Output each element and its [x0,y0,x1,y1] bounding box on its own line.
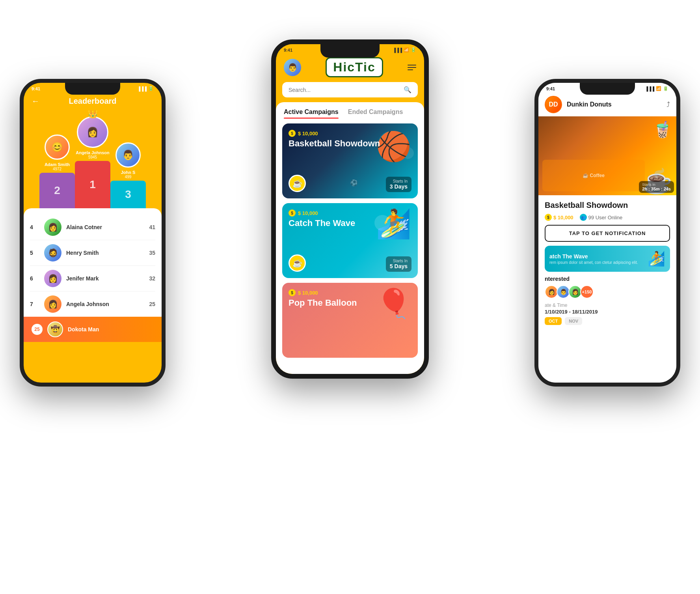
block-1st: 1 [75,161,110,208]
interested-section: nterested 👩 👨 👩 +150 [545,276,670,299]
time-right: 9:41 [546,86,555,91]
phone-center: 9:41 ▐▐▐ 📶 🔋 👨 HicTic [271,39,429,379]
leaderboard-title: Leaderboard [69,97,116,106]
notify-button[interactable]: TAP TO GET NOTIFICATION [545,225,670,242]
card-content-basketball: $ $ 10,000 Basketball Showdown ☕ Starts … [282,123,418,198]
card-bottom-wave: ☕ Starts In 5 Days [289,254,411,272]
campaign-card-pop[interactable]: 🎈 $ $ 10,000 Pop The Balloon [282,283,418,358]
interested-label: nterested [545,276,670,282]
avatar-1st: 👩 [77,116,108,148]
card-title-pop: Pop The Balloon [289,298,411,308]
name-2nd: Adam Smith [45,162,70,167]
table-row: 4 👩 Alaina Cotner 41 [30,215,155,240]
card-prize-pop: $ $ 10,000 [289,289,411,296]
scene: 9:41 ▐▐▐ 🔋 ← Leaderboard 😊 Adam Smith 49… [0,0,700,594]
block-2nd: 2 [39,173,75,208]
date-months: OCT NOV [545,317,670,325]
hictic-header: 👨 HicTic [276,54,424,82]
starts-in-basketball: Starts In 3 Days [386,177,411,192]
wave-card-small[interactable]: atch The Wave rem ipsum dolor sit amet, … [545,246,670,272]
dd-hero-image: ☕ Coffee ☕ 🧋 Starts In 2h : 35m : 24s [538,116,676,195]
tab-ended-campaigns[interactable]: Ended Campaigns [348,108,403,119]
starts-in-wave: Starts In 5 Days [386,256,411,272]
podium-section: 😊 Adam Smith 4972 2 👑 👩 Angela Johnson 5… [24,106,162,208]
avatar-rank5: 🧔 [44,244,61,262]
user-avatar-center[interactable]: 👨 [284,59,301,76]
card-title-wave: Catch The Wave [289,218,411,228]
avatar-rank6: 👩 [44,270,61,287]
dd-header: DD Dunkin Donuts ⤴ [538,93,676,116]
hictic-logo: HicTic [326,57,383,77]
int-avatar-2: 👨 [557,285,570,299]
date-value: 1/10/2019 - 18/11/2019 [545,309,670,315]
table-row: 7 👩 Angela Johnson 25 [30,291,155,317]
status-icons-right: ▐▐▐ 📶 🔋 [645,86,668,91]
score-2nd: 4972 [53,167,61,171]
leaderboard-list: 4 👩 Alaina Cotner 41 5 🧔 Henry Smith 35 … [24,208,162,317]
bottom-avatar: 🤠 [47,321,63,337]
table-row: 5 🧔 Henry Smith 35 [30,240,155,266]
podium-1st: 👑 👩 Angela Johnson 5945 1 [75,116,110,208]
bottom-bar: 25 🤠 Dokota Man [24,317,162,342]
int-avatar-1: 👩 [545,285,558,299]
status-icons-center: ▐▐▐ 📶 🔋 [393,47,416,52]
month-oct: OCT [545,317,562,325]
block-3rd: 3 [110,181,146,208]
avatar-3rd: 👨 [115,142,141,168]
status-icons-left: ▐▐▐ 🔋 [138,86,154,91]
campaign-card-basketball[interactable]: ⚽ 🏀 $ $ 10,000 Basketball Showdown [282,123,418,198]
wave-card-title: atch The Wave [549,253,643,260]
month-nov: NOV [565,317,582,325]
back-button[interactable]: ← [32,97,39,106]
search-input[interactable] [289,87,400,93]
phone-right: 9:41 ▐▐▐ 📶 🔋 DD Dunkin Donuts ⤴ ☕ Coffee… [534,79,680,387]
podium-2nd: 😊 Adam Smith 4972 2 [39,134,75,208]
int-more-count: +150 [580,285,594,299]
score-rank5: 35 [149,250,155,256]
time-center: 9:41 [284,48,292,52]
name-3rd: John S [121,170,136,175]
dd-meta: $ $ 10,000 👥 99 User Online [545,214,670,221]
card-bottom-basketball: ☕ Starts In 3 Days [289,175,411,192]
avatar-2nd: 😊 [45,134,70,160]
interested-avatars: 👩 👨 👩 +150 [545,285,670,299]
phone-left: 9:41 ▐▐▐ 🔋 ← Leaderboard 😊 Adam Smith 49… [20,79,166,387]
card-prize-wave: $ $ 10,000 [289,209,411,217]
tab-active-campaigns[interactable]: Active Campaigns [284,108,339,119]
bottom-rank: 25 [32,324,43,335]
screen-left: 9:41 ▐▐▐ 🔋 ← Leaderboard 😊 Adam Smith 49… [24,83,162,383]
wave-card-desc: rem ipsum dolor sit amet, con ctetur adi… [549,260,643,265]
name-rank4: Alaina Cotner [66,224,149,230]
campaign-card-wave[interactable]: 🏄 $ $ 10,000 Catch The Wave [282,203,418,278]
search-bar[interactable]: 🔍 [282,82,418,97]
dd-content: Basketball Showdown $ $ 10,000 👥 99 User… [538,195,676,383]
int-avatar-3: 👩 [568,285,582,299]
card-content-pop: $ $ 10,000 Pop The Balloon [282,283,418,358]
screen-center: 9:41 ▐▐▐ 📶 🔋 👨 HicTic [276,44,424,374]
bottom-name: Dokota Man [68,326,99,332]
avatar-rank4: 👩 [44,219,61,236]
sponsor-icon-wave: ☕ [289,254,306,272]
score-rank7: 25 [149,301,155,307]
dd-brand-name: Dunkin Donuts [567,101,662,108]
wave-card-img: 🏄 [648,250,665,267]
name-rank7: Angela Johnson [66,301,149,307]
table-row: 6 👩 Jenifer Mark 32 [30,266,155,291]
score-3rd: 499 [125,175,132,179]
notch-center [320,44,380,58]
podium-3rd: 👨 John S 499 3 [110,142,146,208]
crown-icon: 👑 [88,109,98,119]
dd-logo: DD [545,96,562,113]
date-section: ate & Time 1/10/2019 - 18/11/2019 OCT NO… [545,303,670,325]
share-icon[interactable]: ⤴ [666,101,670,109]
search-icon: 🔍 [404,86,411,93]
sponsor-icon-basketball: ☕ [289,175,306,192]
notch-right [580,83,635,95]
dd-prize: $ $ 10,000 [545,214,573,221]
score-rank6: 32 [149,275,155,282]
card-content-wave: $ $ 10,000 Catch The Wave ☕ Starts In 5 … [282,203,418,278]
menu-icon[interactable] [408,65,416,70]
avatar-rank7: 👩 [44,295,61,313]
tabs-row: Active Campaigns Ended Campaigns [276,102,424,119]
timer-badge: Starts In 2h : 35m : 24s [639,181,674,193]
